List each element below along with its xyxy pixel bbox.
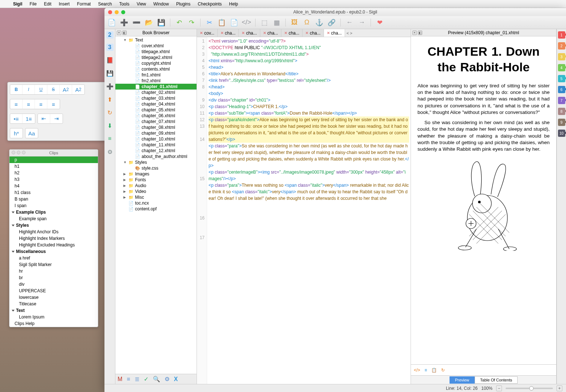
metadata-icon[interactable]: M	[118, 376, 122, 383]
window-controls[interactable]	[108, 10, 125, 14]
tree-node[interactable]: 📄titlepage.xhtml	[115, 49, 197, 55]
remove-icon[interactable]: ➖	[132, 18, 141, 27]
clip-item[interactable]: Titlecase	[9, 301, 98, 307]
detach-panel-icon[interactable]: ◧	[122, 31, 127, 35]
close-tab-icon[interactable]: ✕	[284, 31, 287, 35]
undo-icon[interactable]: ↶	[175, 18, 183, 27]
forward-icon[interactable]: →	[357, 18, 366, 27]
plugin-slot-8[interactable]: 8	[558, 108, 565, 115]
tree-node[interactable]: ▼📁Text	[115, 37, 197, 43]
clip-item[interactable]: I span	[9, 202, 98, 209]
clip-item[interactable]: Highlight Excluded Headings	[9, 242, 98, 248]
zoom-slider[interactable]	[506, 388, 553, 389]
plugin-slot-7[interactable]: 7	[558, 97, 565, 104]
strip-up-icon[interactable]: ⬆	[106, 95, 114, 103]
align-left-button[interactable]: ≡	[10, 99, 23, 109]
menu-search[interactable]: Search	[98, 1, 112, 7]
indent-button[interactable]: ⇥	[50, 114, 63, 123]
editor-tab[interactable]: ✕cha...	[239, 29, 260, 37]
tree-node[interactable]: 📄chapter_10.xhtml	[115, 136, 197, 142]
special-char-icon[interactable]: Ω	[302, 18, 311, 27]
code-icon[interactable]: </>	[242, 18, 251, 27]
clip-item[interactable]: h3	[9, 176, 98, 183]
clip-item[interactable]: h2	[9, 170, 98, 176]
tree-node[interactable]: 📄chapter_11.xhtml	[115, 142, 197, 148]
bold-button[interactable]: B	[10, 85, 23, 94]
file-tree[interactable]: ▼📁Text📄cover.xhtml📄titlepage.xhtml📄title…	[115, 36, 197, 374]
editor-tab[interactable]: ✕cha...	[260, 29, 281, 37]
strip-book-icon[interactable]: 📕	[106, 56, 114, 64]
clip-item[interactable]: h4	[9, 183, 98, 189]
split-icon[interactable]: ⬚	[260, 18, 269, 27]
heading-button[interactable]: h*	[10, 128, 23, 138]
tree-node[interactable]: ▼📁Styles	[115, 159, 197, 165]
close-tab-icon[interactable]: ✕	[242, 31, 245, 35]
index-icon[interactable]: ≣	[135, 376, 139, 383]
code-editor[interactable]: 1234567891011121314151617 <?xml version=…	[197, 37, 411, 384]
tree-node[interactable]: 📄chapter_03.xhtml	[115, 95, 197, 101]
italic-button[interactable]: I	[23, 85, 35, 94]
clip-item[interactable]: p	[9, 157, 98, 163]
strip-3-icon[interactable]: 3	[106, 44, 114, 51]
tree-node[interactable]: 📄fm1.xhtml	[115, 72, 197, 78]
tree-node[interactable]: 📄about_the_author.xhtml	[115, 154, 197, 159]
editor-tab[interactable]: ✕cha...	[324, 29, 345, 37]
case-button[interactable]: Aa	[25, 128, 38, 138]
preview-tab[interactable]: Preview	[450, 376, 475, 384]
menu-plugins[interactable]: Plugins	[176, 1, 190, 7]
link-icon[interactable]: 🔗	[327, 18, 336, 27]
clip-item[interactable]: hr	[9, 268, 98, 274]
bullet-list-button[interactable]: •≡	[10, 114, 23, 123]
toc-icon[interactable]: ≡	[127, 376, 130, 383]
underline-button[interactable]: U	[35, 85, 47, 94]
menu-edit[interactable]: Edit	[44, 1, 52, 7]
zoom-out-button[interactable]: −	[496, 385, 502, 391]
align-justify-button[interactable]: ≡	[47, 99, 60, 109]
close-tab-icon[interactable]: ✕	[221, 31, 223, 35]
close-tab-icon[interactable]: ✕	[263, 31, 266, 35]
editor-tab[interactable]: ✕cov...	[197, 29, 218, 37]
editor-tab[interactable]: ✕cha...	[302, 29, 324, 37]
outdent-button[interactable]: ⇤	[38, 114, 50, 123]
strip-2-icon[interactable]: 2	[106, 31, 114, 39]
tree-node[interactable]: 📄contents.xhtml	[115, 66, 197, 72]
validate-icon[interactable]: ⚙	[165, 376, 170, 383]
tree-node[interactable]: ▶📁Images	[115, 171, 197, 177]
number-list-button[interactable]: 1≡	[23, 114, 35, 123]
strip-down-icon[interactable]: ⬇	[106, 122, 114, 130]
plugin-slot-5[interactable]: 5	[558, 75, 565, 82]
tree-node[interactable]: ▶📁Misc	[115, 194, 197, 200]
tree-node[interactable]: 📄chapter_05.xhtml	[115, 107, 197, 113]
plugin-slot-9[interactable]: 9	[558, 119, 565, 126]
superscript-button[interactable]: A2	[72, 85, 84, 94]
tree-node[interactable]: 📄cover.xhtml	[115, 43, 197, 49]
tree-node[interactable]: ▶📁Video	[115, 189, 197, 194]
clip-item[interactable]: Example span	[9, 215, 98, 222]
plugin-slot-3[interactable]: 3	[558, 53, 565, 60]
close-panel-icon[interactable]: ✕	[117, 31, 121, 35]
copy-icon[interactable]: 📋	[217, 18, 226, 27]
clip-item[interactable]: Miscellaneous	[9, 248, 98, 255]
clip-item[interactable]: div	[9, 281, 98, 288]
anchor-icon[interactable]: ⚓	[315, 18, 324, 27]
close-tab-icon[interactable]: ✕	[200, 31, 203, 35]
tab-nav[interactable]: < >	[345, 29, 354, 37]
strip-refresh-icon[interactable]: ↻	[106, 108, 114, 116]
close-preview-icon[interactable]: ✕	[412, 31, 417, 35]
app-name[interactable]: Sigil	[13, 1, 22, 7]
align-right-button[interactable]: ≡	[35, 99, 47, 109]
menu-insert[interactable]: Insert	[59, 1, 70, 7]
tree-node[interactable]: 📄copyright.xhtml	[115, 60, 197, 66]
plugin-slot-6[interactable]: 6	[558, 86, 565, 93]
strip-add-icon[interactable]: ➕	[106, 82, 114, 90]
tree-node[interactable]: ▶📁Audio	[115, 183, 197, 189]
preview-select-icon[interactable]: ≡	[424, 368, 427, 373]
spellcheck-icon[interactable]: ✓	[144, 376, 149, 383]
strike-button[interactable]: S	[47, 85, 60, 94]
plugin-x-icon[interactable]: X	[174, 376, 178, 383]
tree-node[interactable]: 📄toc.ncx	[115, 200, 197, 206]
tree-node[interactable]: 📄titlepage2.xhtml	[115, 55, 197, 60]
clip-item[interactable]: h1	[9, 163, 98, 170]
plugin-slot-10[interactable]: 10	[558, 130, 565, 137]
tree-node[interactable]: 📄chapter_04.xhtml	[115, 101, 197, 107]
